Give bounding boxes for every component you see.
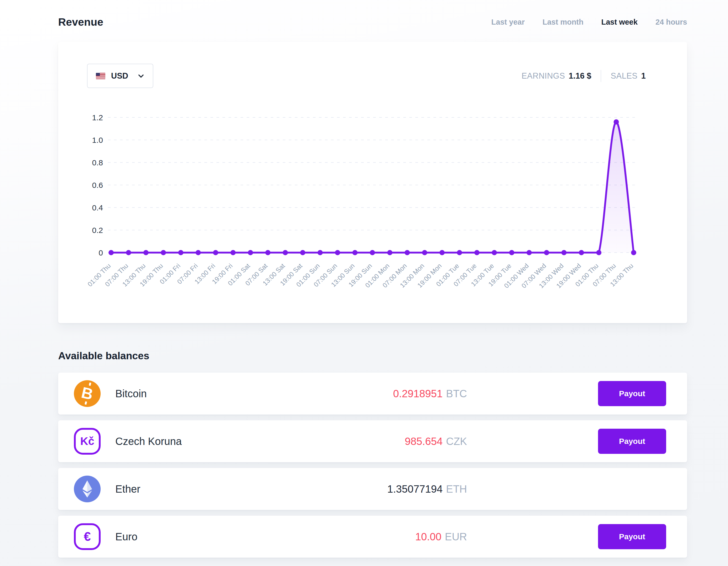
revenue-chart-svg: 1.21.00.80.60.40.2001:00 Thu07:00 Thu13:… xyxy=(58,107,687,317)
data-point[interactable] xyxy=(596,250,601,255)
balance-amount: 10.00EUR xyxy=(415,531,467,543)
data-point[interactable] xyxy=(439,250,445,255)
euro-icon: € xyxy=(74,523,101,550)
chevron-down-icon xyxy=(138,73,144,79)
svg-text:0.2: 0.2 xyxy=(92,226,103,235)
balance-name: Euro xyxy=(115,531,138,543)
data-point[interactable] xyxy=(213,250,218,255)
currency-code: CZK xyxy=(446,436,467,447)
bitcoin-b-glyph: B xyxy=(80,385,95,402)
data-point[interactable] xyxy=(492,250,497,255)
data-point[interactable] xyxy=(126,250,131,255)
filter-last-year[interactable]: Last year xyxy=(491,18,525,26)
header: Revenue Last yearLast monthLast week24 h… xyxy=(58,0,687,29)
sales-value: 1 xyxy=(641,71,646,81)
currency-code: ETH xyxy=(446,483,467,495)
data-point[interactable] xyxy=(509,250,514,255)
amount-value: 1.35077194 xyxy=(387,483,443,495)
payout-button[interactable]: Payout xyxy=(598,429,666,454)
balance-name: Bitcoin xyxy=(115,388,147,400)
data-point[interactable] xyxy=(544,250,549,255)
balance-row-euro: €Euro10.00EURPayout xyxy=(58,516,687,558)
page: Revenue Last yearLast monthLast week24 h… xyxy=(58,0,687,558)
ether-icon xyxy=(74,476,101,502)
eth-diamond xyxy=(82,480,93,498)
data-point[interactable] xyxy=(614,119,619,124)
data-point[interactable] xyxy=(561,250,567,255)
data-point[interactable] xyxy=(370,250,375,255)
svg-text:1.0: 1.0 xyxy=(92,136,103,144)
balance-amount: 1.35077194ETH xyxy=(387,483,467,495)
amount-value: 10.00 xyxy=(415,531,441,542)
svg-text:0.4: 0.4 xyxy=(92,203,103,212)
currency-code: BTC xyxy=(446,388,467,399)
amount-value: 0.2918951 xyxy=(393,388,443,399)
data-point[interactable] xyxy=(352,250,358,255)
balance-name: Ether xyxy=(115,483,140,495)
koruna-icon: Kč xyxy=(74,428,101,455)
sales-label: SALES xyxy=(611,71,637,81)
page-title: Revenue xyxy=(58,16,103,28)
data-point[interactable] xyxy=(265,250,270,255)
koruna-symbol: Kč xyxy=(80,436,94,447)
data-point[interactable] xyxy=(318,250,323,255)
data-point[interactable] xyxy=(248,250,253,255)
data-point[interactable] xyxy=(631,250,636,255)
revenue-line xyxy=(111,122,634,253)
filter-last-week[interactable]: Last week xyxy=(601,18,638,26)
balance-name: Czech Koruna xyxy=(115,436,182,447)
data-point[interactable] xyxy=(457,250,462,255)
balance-row-bitcoin: B Bitcoin0.2918951BTCPayout xyxy=(58,373,687,415)
data-point[interactable] xyxy=(579,250,584,255)
filter-last-month[interactable]: Last month xyxy=(542,18,583,26)
chart-card-header: USD EARNINGS 1.16 $ SALES 1 xyxy=(58,64,687,88)
data-point[interactable] xyxy=(108,250,114,255)
balance-amount: 985.654CZK xyxy=(405,436,467,447)
bitcoin-bar xyxy=(85,401,87,405)
area-fill xyxy=(111,122,634,253)
data-point[interactable] xyxy=(405,250,410,255)
stats-divider xyxy=(601,70,601,82)
currency-code: EUR xyxy=(445,531,467,542)
svg-text:0.8: 0.8 xyxy=(92,158,103,167)
earnings-value: 1.16 $ xyxy=(569,71,591,81)
svg-text:1.2: 1.2 xyxy=(92,113,103,122)
balance-rows: B Bitcoin0.2918951BTCPayout KčCzech Koru… xyxy=(58,373,687,558)
currency-label: USD xyxy=(111,71,128,81)
bitcoin-icon: B xyxy=(74,380,101,407)
data-point[interactable] xyxy=(526,250,532,255)
svg-text:0: 0 xyxy=(99,248,103,257)
balance-row-ether: Ether1.35077194ETH xyxy=(58,468,687,510)
revenue-card: USD EARNINGS 1.16 $ SALES 1 1.21.00.80.6… xyxy=(58,42,687,323)
balance-row-czech-koruna: KčCzech Koruna985.654CZKPayout xyxy=(58,420,687,462)
data-point[interactable] xyxy=(178,250,183,255)
stats: EARNINGS 1.16 $ SALES 1 xyxy=(521,70,646,82)
data-point[interactable] xyxy=(474,250,480,255)
svg-text:0.6: 0.6 xyxy=(92,181,103,189)
balances-title: Available balances xyxy=(58,350,687,362)
data-point[interactable] xyxy=(387,250,393,255)
amount-value: 985.654 xyxy=(405,436,443,447)
filter-24-hours[interactable]: 24 hours xyxy=(655,18,687,26)
data-point[interactable] xyxy=(195,250,201,255)
flag-canton xyxy=(96,73,100,76)
data-point[interactable] xyxy=(230,250,236,255)
currency-selector[interactable]: USD xyxy=(87,64,153,88)
data-point[interactable] xyxy=(300,250,305,255)
data-point[interactable] xyxy=(335,250,340,255)
us-flag-icon xyxy=(96,73,105,79)
data-point[interactable] xyxy=(283,250,288,255)
data-point[interactable] xyxy=(422,250,427,255)
euro-symbol: € xyxy=(84,530,91,543)
revenue-chart[interactable]: 1.21.00.80.60.40.2001:00 Thu07:00 Thu13:… xyxy=(58,107,687,318)
payout-button[interactable]: Payout xyxy=(598,524,666,549)
data-point[interactable] xyxy=(143,250,149,255)
data-point[interactable] xyxy=(161,250,166,255)
earnings-label: EARNINGS xyxy=(521,71,565,81)
time-filters: Last yearLast monthLast week24 hours xyxy=(491,18,687,26)
payout-button[interactable]: Payout xyxy=(598,381,666,406)
balance-amount: 0.2918951BTC xyxy=(393,388,467,400)
